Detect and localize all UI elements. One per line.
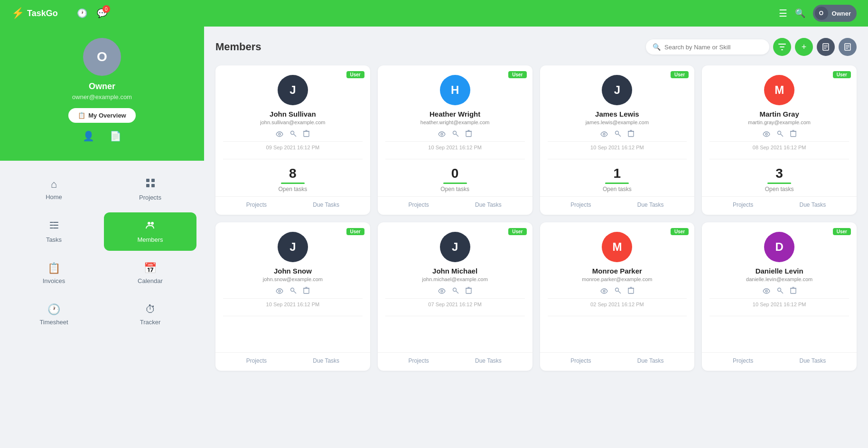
key-icon[interactable] (290, 287, 297, 295)
sidebar-item-projects[interactable]: Projects (104, 170, 196, 209)
sidebar-item-invoices[interactable]: 📋 Invoices (8, 255, 100, 292)
due-tasks-link[interactable]: Due Tasks (800, 201, 826, 208)
key-icon[interactable] (615, 287, 621, 295)
delete-icon[interactable] (790, 130, 796, 138)
task-count: 0 (451, 166, 459, 181)
hamburger-icon[interactable]: ☰ (779, 8, 787, 19)
view-icon[interactable] (763, 287, 770, 295)
delete-icon[interactable] (628, 130, 634, 138)
calendar-label: Calendar (138, 277, 163, 284)
projects-link[interactable]: Projects (408, 357, 429, 364)
svg-rect-29 (466, 131, 471, 137)
delete-icon[interactable] (628, 287, 634, 295)
member-card-5: User J John Snow john.snow@example.com (215, 222, 370, 371)
user-action-icon[interactable]: 👤 (83, 130, 94, 142)
member-email: john.michael@example.com (422, 276, 487, 282)
projects-link[interactable]: Projects (408, 201, 429, 208)
key-icon[interactable] (290, 130, 297, 138)
view-icon[interactable] (763, 130, 770, 138)
due-tasks-link[interactable]: Due Tasks (313, 201, 339, 208)
user-chip[interactable]: O Owner (813, 5, 857, 22)
search-nav-icon[interactable]: 🔍 (795, 8, 805, 18)
due-tasks-link[interactable]: Due Tasks (475, 201, 502, 208)
clock-icon[interactable]: 🕐 (77, 8, 87, 18)
member-name: James Lewis (595, 110, 639, 118)
view-icon[interactable] (600, 130, 608, 138)
card-footer: Projects Due Tasks (540, 196, 695, 215)
members-grid: User J John Sullivan john.sullivan@examp… (215, 65, 857, 371)
member-card-4: User M Martin Gray martin.gray@example.c… (702, 65, 857, 215)
member-card-3: User J James Lewis james.lewis@example.c… (540, 65, 695, 215)
view-icon[interactable] (276, 130, 283, 138)
svg-point-20 (279, 133, 280, 135)
chat-badge: 0 (103, 5, 110, 13)
due-tasks-link[interactable]: Due Tasks (637, 357, 664, 364)
view-icon[interactable] (600, 287, 608, 295)
user-chip-avatar: O (815, 7, 828, 20)
member-name: Martin Gray (759, 110, 799, 118)
view-icon[interactable] (438, 130, 446, 138)
sidebar-item-timesheet[interactable]: 🕐 Timesheet (8, 296, 100, 333)
member-avatar: J (440, 232, 470, 262)
member-name: Danielle Levin (756, 267, 803, 275)
projects-link[interactable]: Projects (733, 201, 753, 208)
chat-icon[interactable]: 💬 0 (97, 8, 107, 18)
app-logo[interactable]: ⚡ TaskGo (11, 7, 58, 19)
projects-link[interactable]: Projects (246, 201, 267, 208)
task-label: Open tasks (603, 186, 632, 192)
delete-icon[interactable] (790, 287, 796, 295)
svg-rect-59 (628, 288, 634, 293)
search-box-icon: 🔍 (653, 43, 661, 51)
sidebar-item-tasks[interactable]: Tasks (8, 212, 100, 251)
key-icon[interactable] (452, 130, 459, 138)
member-avatar: J (602, 75, 632, 105)
projects-link[interactable]: Projects (570, 201, 591, 208)
delete-icon[interactable] (466, 287, 472, 295)
user-badge: User (346, 71, 364, 78)
filter-button[interactable] (773, 38, 791, 56)
card-icons (763, 287, 796, 295)
add-member-button[interactable]: + (795, 38, 813, 56)
members-label: Members (137, 236, 163, 243)
main-content: Members 🔍 + (204, 27, 868, 448)
svg-line-58 (618, 291, 621, 293)
invoices-label: Invoices (43, 277, 65, 284)
timesheet-label: Timesheet (39, 319, 68, 326)
overview-button[interactable]: 📋 My Overview (68, 108, 136, 123)
delete-icon[interactable] (303, 130, 309, 138)
export1-button[interactable] (817, 38, 835, 56)
sidebar-item-members[interactable]: Members (104, 212, 196, 251)
due-tasks-link[interactable]: Due Tasks (475, 357, 502, 364)
svg-point-21 (291, 131, 294, 134)
due-tasks-link[interactable]: Due Tasks (637, 201, 664, 208)
key-icon[interactable] (452, 287, 459, 295)
due-tasks-link[interactable]: Due Tasks (313, 357, 339, 364)
card-top: User J James Lewis james.lewis@example.c… (540, 65, 695, 159)
delete-icon[interactable] (466, 130, 472, 138)
member-avatar: J (278, 232, 308, 262)
member-email: heather.wright@example.com (420, 119, 490, 125)
projects-link[interactable]: Projects (246, 357, 267, 364)
projects-link[interactable]: Projects (570, 357, 591, 364)
list-action-icon[interactable]: 📄 (110, 130, 121, 142)
sidebar-item-calendar[interactable]: 📅 Calendar (104, 255, 196, 292)
sidebar-profile: O Owner owner@example.com 📋 My Overview … (0, 27, 204, 161)
export2-button[interactable] (839, 38, 857, 56)
logo-icon: ⚡ (11, 7, 24, 19)
projects-link[interactable]: Projects (733, 357, 753, 364)
tasks-icon (49, 220, 59, 233)
svg-line-64 (780, 291, 783, 293)
sidebar-item-home[interactable]: ⌂ Home (8, 170, 100, 209)
key-icon[interactable] (777, 287, 784, 295)
delete-icon[interactable] (303, 287, 309, 295)
key-icon[interactable] (615, 130, 621, 138)
member-email: martin.gray@example.com (748, 119, 811, 125)
user-chip-name: Owner (832, 10, 851, 17)
view-icon[interactable] (438, 287, 446, 295)
sidebar-item-tracker[interactable]: ⏱ Tracker (104, 296, 196, 333)
view-icon[interactable] (276, 287, 283, 295)
card-timestamp: 02 Sep 2021 16:12 PM (588, 299, 647, 310)
due-tasks-link[interactable]: Due Tasks (800, 357, 826, 364)
search-input[interactable] (664, 44, 763, 51)
key-icon[interactable] (777, 130, 784, 138)
